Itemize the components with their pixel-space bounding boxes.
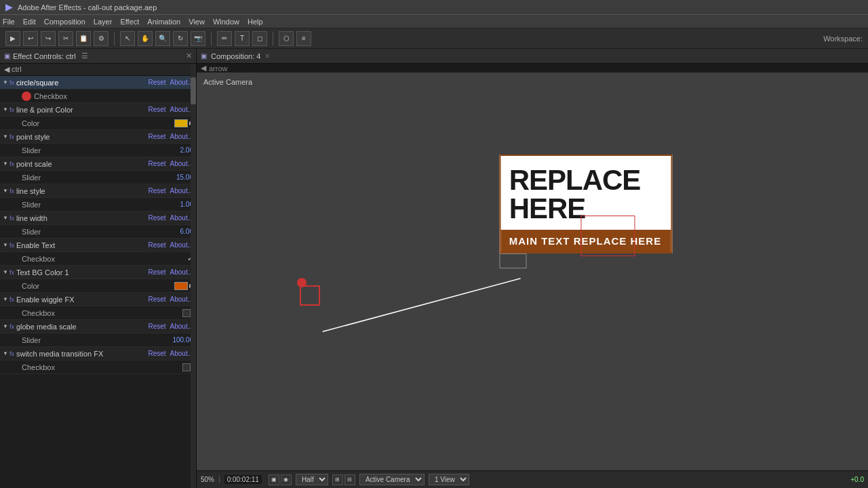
- menu-animation[interactable]: Animation: [147, 18, 180, 26]
- reset-circle-square[interactable]: Reset: [148, 79, 165, 86]
- reset-point-scale[interactable]: Reset: [148, 160, 165, 167]
- about-switch-media[interactable]: About...: [170, 350, 193, 357]
- reset-text-bg-color[interactable]: Reset: [148, 268, 165, 276]
- effect-row-enable-wiggle[interactable]: ▼ fx Enable wiggle FX Reset About...: [0, 293, 196, 306]
- panel-scrollbar[interactable]: [191, 64, 196, 488]
- comp-view-btn-2[interactable]: ⊟: [344, 474, 355, 485]
- toolbar-btn-6[interactable]: ⚙: [94, 31, 108, 46]
- effect-row-enable-text[interactable]: ▼ fx Enable Text Reset About...: [0, 239, 196, 252]
- about-enable-text[interactable]: About...: [170, 241, 193, 249]
- color-swatch-yellow[interactable]: [174, 119, 188, 127]
- scrollbar-thumb[interactable]: [191, 77, 196, 104]
- triangle-icon-10: ▼: [3, 323, 8, 329]
- toolbar-camera[interactable]: 📷: [191, 31, 205, 46]
- toolbar-btn-4[interactable]: ✂: [58, 31, 73, 46]
- toolbar-zoom[interactable]: 🔍: [155, 31, 170, 46]
- effect-row-point-scale[interactable]: ▼ fx point scale Reset About...: [0, 157, 196, 171]
- toolbar-hand[interactable]: ✋: [138, 31, 153, 46]
- slider-row-point-style: Slider 2.00: [0, 144, 196, 157]
- toolbar-btn-1[interactable]: ▶: [5, 31, 20, 46]
- reset-globe-media[interactable]: Reset: [148, 323, 165, 330]
- effect-row-globe-media[interactable]: ▼ fx globe media scale Reset About...: [0, 320, 196, 333]
- panel-close-btn[interactable]: ✕: [186, 52, 192, 60]
- toolbar-text[interactable]: T: [235, 31, 250, 46]
- triangle-icon-6: ▼: [3, 215, 8, 221]
- slider-row-line-style: Slider 1.00: [0, 198, 196, 211]
- breadcrumb-arrow: ◀: [201, 64, 206, 73]
- callout-bottom-bar: MAIN TEXT REPLACE HERE: [501, 230, 671, 252]
- separator-1: [114, 32, 115, 45]
- color-swatch-orange[interactable]: [174, 282, 188, 290]
- effect-row-text-bg-color[interactable]: ▼ fx Text BG Color 1 Reset About...: [0, 266, 196, 279]
- toolbar-select[interactable]: ↖: [120, 31, 135, 46]
- toolbar-align[interactable]: ≡: [296, 31, 311, 46]
- comp-view-btn-1[interactable]: ⊞: [332, 474, 343, 485]
- triangle-icon-7: ▼: [3, 242, 8, 248]
- toolbar-btn-3[interactable]: ↪: [41, 31, 56, 46]
- effect-row-line-point-color[interactable]: ▼ fx line & point Color Reset About...: [0, 103, 196, 117]
- checkbox-switch-media[interactable]: [182, 363, 191, 371]
- about-point-style[interactable]: About...: [170, 133, 193, 140]
- about-point-scale[interactable]: About...: [170, 160, 193, 167]
- effect-row-line-width[interactable]: ▼ fx line width Reset About...: [0, 211, 196, 225]
- menu-edit[interactable]: Edit: [23, 18, 36, 26]
- reset-line-width[interactable]: Reset: [148, 214, 165, 222]
- menu-layer[interactable]: Layer: [94, 18, 113, 26]
- composition-area: ▣ Composition: 4 ✕ ◀ arrow Active Camera: [197, 49, 868, 488]
- comp-tab-label[interactable]: Composition: 4: [211, 52, 260, 60]
- effect-controls-panel: ▣ Effect Controls: ctrl ☰ ✕ ◀ ctrl ▼ fx …: [0, 49, 197, 488]
- menu-window[interactable]: Window: [213, 18, 239, 26]
- reset-enable-wiggle[interactable]: Reset: [148, 296, 165, 303]
- toolbar-pen[interactable]: ✏: [217, 31, 232, 46]
- about-enable-wiggle[interactable]: About...: [170, 296, 193, 303]
- about-line-style[interactable]: About...: [170, 187, 193, 195]
- toolbar-btn-2[interactable]: ↩: [23, 31, 38, 46]
- effect-controls-title: Effect Controls: ctrl: [13, 52, 76, 60]
- menu-file[interactable]: File: [3, 18, 15, 26]
- reset-point-style[interactable]: Reset: [148, 133, 165, 140]
- zoom-separator: |: [218, 476, 220, 483]
- checkbox-row-wiggle: Checkbox: [0, 306, 196, 320]
- title-text: Adobe After Effects - call-out package.a…: [18, 3, 157, 12]
- reset-line-style[interactable]: Reset: [148, 187, 165, 195]
- menu-effect[interactable]: Effect: [120, 18, 139, 26]
- fx-badge-3: fx: [9, 134, 14, 140]
- slider-label-4: Slider: [22, 228, 180, 236]
- checkbox-wiggle[interactable]: [182, 309, 191, 317]
- effect-row-circle-square[interactable]: ▼ fx circle/square Reset About...: [0, 76, 196, 89]
- about-line-point[interactable]: About...: [170, 106, 193, 113]
- effect-row-point-style[interactable]: ▼ fx point style Reset About...: [0, 130, 196, 144]
- toolbar-rotate[interactable]: ↻: [173, 31, 188, 46]
- reset-line-point[interactable]: Reset: [148, 106, 165, 113]
- comp-btn-2[interactable]: ◉: [281, 474, 292, 485]
- menu-help[interactable]: Help: [248, 18, 263, 26]
- panel-menu-btn[interactable]: ☰: [81, 52, 88, 60]
- effect-row-line-style[interactable]: ▼ fx line style Reset About...: [0, 184, 196, 198]
- about-globe-media[interactable]: About...: [170, 323, 193, 330]
- fx-badge-6: fx: [9, 215, 14, 222]
- toolbar-snap[interactable]: ⬡: [279, 31, 294, 46]
- about-text-bg-color[interactable]: About...: [170, 268, 193, 276]
- comp-tab-close[interactable]: ✕: [264, 52, 270, 60]
- zoom-value[interactable]: 50%: [201, 476, 214, 483]
- about-line-width[interactable]: About...: [170, 214, 193, 222]
- ctrl-label: ◀ ctrl: [0, 64, 196, 76]
- view-dropdown[interactable]: 1 View: [429, 474, 469, 485]
- menu-view[interactable]: View: [189, 18, 205, 26]
- comp-btn-1[interactable]: ▣: [269, 474, 279, 485]
- effect-row-switch-media[interactable]: ▼ fx switch media transition FX Reset Ab…: [0, 347, 196, 361]
- camera-dropdown[interactable]: Active Camera: [359, 474, 425, 485]
- menu-composition[interactable]: Composition: [44, 18, 85, 26]
- slider-row-line-width: Slider 6.00: [0, 225, 196, 239]
- fx-badge-10: fx: [9, 323, 14, 330]
- triangle-icon-9: ▼: [3, 296, 8, 302]
- breadcrumb: ◀ arrow: [197, 64, 868, 73]
- about-circle-square[interactable]: About...: [170, 79, 193, 86]
- quality-dropdown[interactable]: HalfFull: [296, 474, 328, 485]
- toolbar-shape[interactable]: ◻: [252, 31, 267, 46]
- toolbar-btn-5[interactable]: 📋: [76, 31, 91, 46]
- checkbox-row-switch-media: Checkbox: [0, 361, 196, 374]
- reset-switch-media[interactable]: Reset: [148, 350, 165, 357]
- reset-enable-text[interactable]: Reset: [148, 241, 165, 249]
- workspace-label: Workspace:: [823, 35, 863, 43]
